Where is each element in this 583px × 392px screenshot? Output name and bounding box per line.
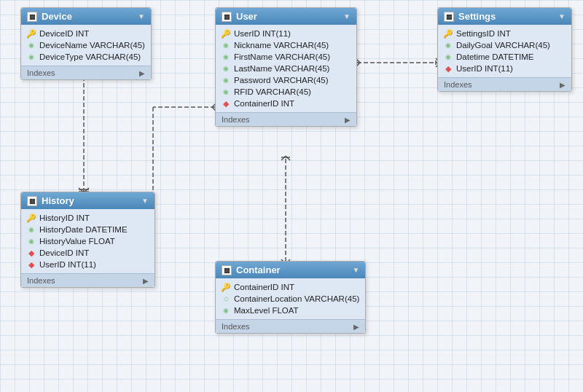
container-table-header[interactable]: ▦ Container ▼ — [216, 262, 365, 278]
field-icon: ◉ — [444, 52, 453, 61]
svg-line-26 — [281, 156, 286, 160]
table-row: 🔑 ContainerID INT — [216, 281, 365, 293]
table-row: ◉ Nickname VARCHAR(45) — [216, 39, 356, 51]
settings-table: ▦ Settings ▼ 🔑 SettingsID INT ◉ DailyGoa… — [437, 7, 572, 92]
indexes-label: Indexes — [222, 322, 250, 331]
device-table-footer[interactable]: Indexes ▶ — [21, 66, 151, 79]
container-table: ▦ Container ▼ 🔑 ContainerID INT ◇ Contai… — [215, 261, 366, 334]
table-row: ◉ RFID VARCHAR(45) — [216, 86, 356, 98]
indexes-arrow-icon: ▶ — [560, 81, 566, 89]
table-row: ◆ DeviceID INT — [21, 247, 154, 259]
table-row: ◉ LastName VARCHAR(45) — [216, 63, 356, 74]
user-dropdown-arrow[interactable]: ▼ — [343, 12, 351, 20]
container-dropdown-arrow[interactable]: ▼ — [352, 266, 359, 274]
field-icon: ◉ — [222, 64, 230, 73]
indexes-label: Indexes — [27, 276, 55, 285]
field-icon: ◉ — [222, 52, 230, 61]
fk-icon: ◆ — [27, 248, 36, 257]
indexes-label: Indexes — [222, 115, 250, 124]
table-row: ◉ DeviceName VARCHAR(45) — [21, 39, 151, 51]
pk-icon: 🔑 — [27, 213, 36, 222]
field-label: HistoryID INT — [39, 213, 90, 222]
container-table-icon: ▦ — [222, 265, 232, 275]
table-row: 🔑 DeviceID INT — [21, 28, 151, 39]
settings-table-icon: ▦ — [444, 12, 454, 22]
field-label: FirstName VARCHAR(45) — [234, 52, 330, 61]
indexes-label: Indexes — [444, 80, 472, 89]
container-table-body: 🔑 ContainerID INT ◇ ContainerLocation VA… — [216, 278, 365, 319]
history-table-header[interactable]: ▦ History ▼ — [21, 192, 154, 209]
fk-icon: ◆ — [222, 99, 230, 108]
field-icon: ◉ — [27, 237, 36, 246]
table-row: ◆ UserID INT(11) — [438, 63, 571, 74]
table-row: 🔑 UserID INT(11) — [216, 28, 356, 39]
table-row: ◉ HistoryDate DATETIME — [21, 224, 154, 235]
field-label: DeviceID INT — [39, 29, 89, 38]
indexes-arrow-icon: ▶ — [353, 323, 359, 331]
history-dropdown-arrow[interactable]: ▼ — [141, 197, 149, 205]
table-row: ◉ Password VARCHAR(45) — [216, 74, 356, 86]
device-table: ▦ Device ▼ 🔑 DeviceID INT ◉ DeviceName V… — [20, 7, 152, 80]
table-row: ◇ ContainerLocation VARCHAR(45) — [216, 293, 365, 305]
field-icon: ◉ — [27, 225, 36, 234]
device-table-icon: ▦ — [27, 12, 37, 22]
pk-icon: 🔑 — [222, 283, 230, 291]
user-table-body: 🔑 UserID INT(11) ◉ Nickname VARCHAR(45) … — [216, 25, 356, 112]
device-table-header[interactable]: ▦ Device ▼ — [21, 8, 151, 25]
field-icon: ◉ — [222, 76, 230, 85]
field-label: Password VARCHAR(45) — [234, 76, 329, 85]
settings-table-footer[interactable]: Indexes ▶ — [438, 77, 571, 91]
field-label: SettingsID INT — [456, 29, 511, 38]
pk-icon: 🔑 — [27, 29, 36, 38]
table-row: ◉ DailyGoal VARCHAR(45) — [438, 39, 571, 51]
field-label: LastName VARCHAR(45) — [234, 64, 329, 73]
table-row: ◉ DeviceType VARCHAR(45) — [21, 51, 151, 63]
table-row: ◉ MaxLevel FLOAT — [216, 305, 365, 316]
container-table-title: Container — [236, 264, 281, 275]
fk-icon: ◆ — [444, 64, 453, 73]
container-table-footer[interactable]: Indexes ▶ — [216, 319, 365, 333]
indexes-label: Indexes — [27, 68, 55, 77]
settings-table-body: 🔑 SettingsID INT ◉ DailyGoal VARCHAR(45)… — [438, 25, 571, 77]
history-table-body: 🔑 HistoryID INT ◉ HistoryDate DATETIME ◉… — [21, 209, 154, 273]
field-label: DeviceID INT — [39, 248, 89, 257]
field-label: ContainerID INT — [234, 99, 294, 108]
table-row: ◉ Datetime DATETIME — [438, 51, 571, 63]
table-row: 🔑 HistoryID INT — [21, 212, 154, 224]
indexes-arrow-icon: ▶ — [345, 116, 351, 124]
field-label: HistoryDate DATETIME — [39, 225, 128, 234]
user-table-footer[interactable]: Indexes ▶ — [216, 112, 356, 126]
pk-icon: 🔑 — [444, 29, 453, 38]
history-table: ▦ History ▼ 🔑 HistoryID INT ◉ HistoryDat… — [20, 192, 155, 288]
field-label: Datetime DATETIME — [456, 52, 534, 61]
field-icon: ◇ — [222, 294, 230, 303]
field-label: MaxLevel FLOAT — [234, 306, 299, 315]
history-table-icon: ▦ — [27, 196, 37, 206]
field-icon: ◉ — [27, 41, 36, 50]
settings-dropdown-arrow[interactable]: ▼ — [558, 12, 566, 20]
table-row: ◉ HistoryValue FLOAT — [21, 235, 154, 247]
field-icon: ◉ — [222, 87, 230, 96]
history-table-footer[interactable]: Indexes ▶ — [21, 273, 154, 287]
field-icon: ◉ — [222, 306, 230, 315]
device-table-body: 🔑 DeviceID INT ◉ DeviceName VARCHAR(45) … — [21, 25, 151, 66]
user-table-title: User — [236, 11, 257, 22]
indexes-arrow-icon: ▶ — [139, 69, 145, 77]
field-label: UserID INT(11) — [39, 260, 96, 269]
field-icon: ◉ — [27, 52, 36, 61]
field-icon: ◉ — [222, 41, 230, 50]
field-label: DeviceName VARCHAR(45) — [39, 41, 145, 50]
device-dropdown-arrow[interactable]: ▼ — [138, 12, 145, 20]
field-label: RFID VARCHAR(45) — [234, 87, 311, 96]
table-row: ◉ FirstName VARCHAR(45) — [216, 51, 356, 63]
settings-table-title: Settings — [458, 11, 496, 22]
settings-table-header[interactable]: ▦ Settings ▼ — [438, 8, 571, 25]
table-row: ◆ UserID INT(11) — [21, 259, 154, 270]
field-label: ContainerID INT — [234, 283, 294, 291]
field-label: Nickname VARCHAR(45) — [234, 41, 329, 50]
user-table-icon: ▦ — [222, 12, 232, 22]
user-table-header[interactable]: ▦ User ▼ — [216, 8, 356, 25]
field-label: UserID INT(11) — [456, 64, 513, 73]
table-row: 🔑 SettingsID INT — [438, 28, 571, 39]
user-table: ▦ User ▼ 🔑 UserID INT(11) ◉ Nickname VAR… — [215, 7, 357, 127]
